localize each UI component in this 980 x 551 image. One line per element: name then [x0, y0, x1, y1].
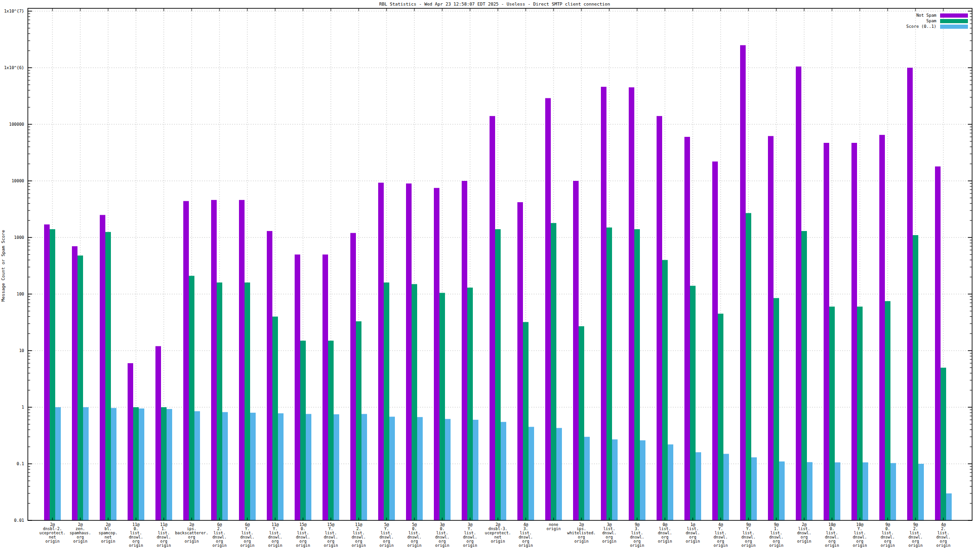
bar-spam: [523, 322, 529, 520]
bar-spam: [300, 341, 306, 520]
bar-score-0-1-: [306, 414, 311, 520]
x-category-label: origin: [547, 526, 561, 531]
bar-not-spam: [155, 346, 161, 520]
bar-spam: [634, 229, 640, 520]
bar-spam: [356, 321, 361, 520]
bar-spam: [133, 407, 139, 520]
bar-score-0-1-: [250, 413, 256, 520]
bar-not-spam: [462, 181, 467, 520]
bar-spam: [245, 282, 250, 520]
bar-spam: [328, 341, 334, 520]
bar-not-spam: [490, 116, 495, 520]
bar-score-0-1-: [807, 462, 812, 520]
bar-score-0-1-: [139, 409, 144, 520]
x-category-label: origin: [936, 543, 951, 548]
x-category-label: origin: [491, 539, 505, 544]
x-category-label: origin: [352, 543, 366, 548]
bar-not-spam: [406, 184, 412, 520]
bar-spam: [77, 256, 83, 520]
legend-label: Not Spam: [916, 13, 936, 18]
bar-score-0-1-: [334, 414, 339, 520]
bar-not-spam: [907, 68, 913, 520]
bar-not-spam: [545, 98, 551, 520]
bar-score-0-1-: [83, 407, 89, 520]
bar-score-0-1-: [278, 413, 284, 520]
bar-score-0-1-: [751, 457, 757, 520]
bar-score-0-1-: [890, 463, 896, 520]
bar-spam: [857, 307, 863, 520]
bar-not-spam: [935, 167, 941, 520]
chart-canvas: RBL Statistics - Wed Apr 23 12:58:07 EDT…: [0, 0, 980, 551]
bar-not-spam: [740, 45, 746, 520]
bar-score-0-1-: [946, 493, 952, 520]
x-category-label: origin: [213, 543, 227, 548]
y-tick-label: 100000: [9, 122, 24, 127]
bar-spam: [774, 298, 779, 520]
bar-spam: [746, 213, 751, 520]
bar-score-0-1-: [473, 420, 478, 520]
x-category-label: origin: [630, 543, 645, 548]
bar-score-0-1-: [417, 417, 423, 520]
y-tick-label: 1x10^{7}: [4, 9, 24, 13]
bar-not-spam: [44, 224, 50, 520]
x-category-label: origin: [324, 543, 338, 548]
x-category-label: origin: [825, 543, 839, 548]
bar-not-spam: [100, 215, 105, 520]
legend-label: Spam: [926, 19, 936, 23]
bar-spam: [941, 368, 946, 520]
bar-spam: [913, 235, 918, 520]
x-category-label: origin: [435, 543, 450, 548]
bar-score-0-1-: [445, 419, 451, 520]
bar-spam: [801, 231, 807, 520]
bar-not-spam: [601, 87, 606, 520]
bar-spam: [690, 286, 696, 520]
rbl-statistics-chart: RBL Statistics - Wed Apr 23 12:58:07 EDT…: [0, 0, 980, 551]
bar-score-0-1-: [918, 464, 924, 520]
bar-score-0-1-: [863, 462, 868, 520]
bar-spam: [606, 228, 612, 520]
y-tick-label: 10000: [12, 179, 24, 183]
bar-spam: [272, 317, 278, 520]
bar-spam: [189, 276, 194, 520]
bar-spam: [885, 301, 890, 520]
x-category-label: origin: [853, 543, 867, 548]
x-category-label: origin: [602, 539, 617, 544]
x-category-label: origin: [268, 543, 283, 548]
x-category-label: origin: [769, 543, 784, 548]
bar-score-0-1-: [612, 439, 618, 520]
y-tick-label: 1000: [14, 235, 24, 240]
x-category-label: origin: [686, 539, 700, 544]
bar-not-spam: [879, 135, 885, 520]
bar-score-0-1-: [556, 428, 562, 520]
bar-spam: [384, 282, 389, 520]
y-tick-label: 1: [22, 405, 24, 410]
bar-not-spam: [517, 202, 523, 520]
bar-score-0-1-: [668, 444, 673, 520]
x-category-label: origin: [574, 539, 589, 544]
bar-spam: [662, 260, 668, 520]
bar-layer: [44, 45, 952, 520]
bar-not-spam: [350, 233, 356, 520]
bar-spam: [718, 314, 723, 520]
bar-spam: [439, 293, 445, 520]
x-category-label: origin: [741, 543, 756, 548]
bar-spam: [50, 229, 55, 520]
bar-spam: [217, 282, 222, 520]
bar-score-0-1-: [389, 416, 395, 520]
bar-not-spam: [657, 116, 662, 520]
legend-label: Score (0..1): [906, 24, 936, 29]
bar-score-0-1-: [167, 409, 172, 520]
bar-not-spam: [768, 136, 774, 520]
bar-spam: [829, 307, 835, 520]
bar-score-0-1-: [779, 461, 785, 520]
legend-swatch: [940, 19, 968, 23]
x-category-label: origin: [519, 543, 533, 548]
bar-score-0-1-: [696, 452, 701, 520]
bar-score-0-1-: [501, 422, 506, 520]
bar-score-0-1-: [194, 411, 200, 520]
x-category-label: origin: [714, 543, 728, 548]
bar-not-spam: [267, 231, 272, 520]
bar-not-spam: [128, 363, 133, 520]
y-tick-label: 1x10^{6}: [4, 65, 24, 70]
bar-not-spam: [629, 87, 634, 520]
